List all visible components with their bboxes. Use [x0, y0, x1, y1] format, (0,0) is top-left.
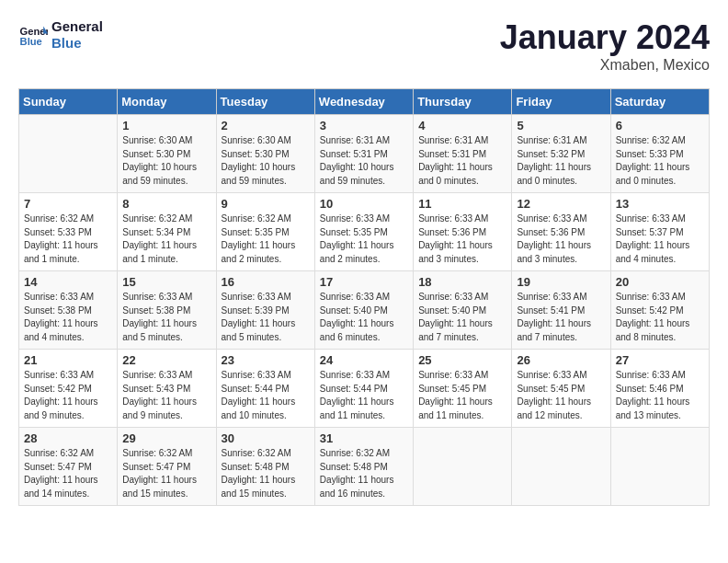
calendar-cell — [512, 428, 610, 506]
day-number: 30 — [222, 431, 310, 445]
day-number: 9 — [222, 197, 310, 211]
calendar-cell: 3Sunrise: 6:31 AM Sunset: 5:31 PM Daylig… — [314, 115, 413, 193]
cell-content: Sunrise: 6:31 AM Sunset: 5:31 PM Dayligh… — [320, 134, 408, 188]
cell-content: Sunrise: 6:33 AM Sunset: 5:36 PM Dayligh… — [418, 213, 506, 266]
day-number: 15 — [122, 275, 210, 289]
cell-content: Sunrise: 6:33 AM Sunset: 5:42 PM Dayligh… — [24, 369, 112, 422]
calendar-cell: 28Sunrise: 6:32 AM Sunset: 5:47 PM Dayli… — [19, 428, 118, 506]
calendar-cell: 6Sunrise: 6:32 AM Sunset: 5:33 PM Daylig… — [610, 115, 709, 193]
weekday-header: Tuesday — [216, 89, 314, 115]
day-number: 3 — [320, 119, 408, 132]
calendar-cell: 17Sunrise: 6:33 AM Sunset: 5:40 PM Dayli… — [314, 271, 413, 350]
cell-content: Sunrise: 6:33 AM Sunset: 5:37 PM Dayligh… — [616, 213, 704, 266]
calendar-cell: 13Sunrise: 6:33 AM Sunset: 5:37 PM Dayli… — [610, 193, 709, 271]
cell-content: Sunrise: 6:33 AM Sunset: 5:44 PM Dayligh… — [320, 369, 408, 422]
day-number: 11 — [418, 197, 506, 211]
day-number: 12 — [517, 197, 605, 211]
day-number: 20 — [616, 275, 704, 289]
cell-content: Sunrise: 6:33 AM Sunset: 5:45 PM Dayligh… — [517, 369, 605, 422]
day-number: 16 — [222, 275, 310, 289]
calendar-week-row: 14Sunrise: 6:33 AM Sunset: 5:38 PM Dayli… — [19, 271, 710, 350]
day-number: 18 — [418, 275, 506, 289]
location: Xmaben, Mexico — [500, 57, 710, 74]
calendar-cell: 18Sunrise: 6:33 AM Sunset: 5:40 PM Dayli… — [414, 271, 512, 350]
weekday-header: Saturday — [610, 89, 709, 115]
cell-content: Sunrise: 6:33 AM Sunset: 5:43 PM Dayligh… — [122, 369, 210, 422]
calendar-cell: 5Sunrise: 6:31 AM Sunset: 5:32 PM Daylig… — [512, 115, 610, 193]
cell-content: Sunrise: 6:33 AM Sunset: 5:44 PM Dayligh… — [222, 369, 310, 422]
calendar-cell: 7Sunrise: 6:32 AM Sunset: 5:33 PM Daylig… — [19, 193, 118, 271]
cell-content: Sunrise: 6:33 AM Sunset: 5:42 PM Dayligh… — [616, 291, 704, 344]
day-number: 19 — [517, 275, 605, 289]
cell-content: Sunrise: 6:32 AM Sunset: 5:48 PM Dayligh… — [222, 447, 310, 500]
day-number: 1 — [122, 119, 210, 132]
logo-line1: General — [51, 18, 103, 35]
day-number: 25 — [418, 353, 506, 367]
calendar-cell: 31Sunrise: 6:32 AM Sunset: 5:48 PM Dayli… — [314, 428, 413, 506]
calendar-cell: 19Sunrise: 6:33 AM Sunset: 5:41 PM Dayli… — [512, 271, 610, 350]
day-number: 5 — [517, 119, 605, 132]
day-number: 22 — [122, 353, 210, 367]
cell-content: Sunrise: 6:31 AM Sunset: 5:31 PM Dayligh… — [418, 134, 506, 188]
cell-content: Sunrise: 6:33 AM Sunset: 5:35 PM Dayligh… — [320, 213, 408, 266]
day-number: 8 — [122, 197, 210, 211]
weekday-header: Friday — [512, 89, 610, 115]
cell-content: Sunrise: 6:33 AM Sunset: 5:41 PM Dayligh… — [517, 291, 605, 344]
cell-content: Sunrise: 6:33 AM Sunset: 5:45 PM Dayligh… — [418, 369, 506, 422]
cell-content: Sunrise: 6:33 AM Sunset: 5:40 PM Dayligh… — [418, 291, 506, 344]
calendar-cell: 15Sunrise: 6:33 AM Sunset: 5:38 PM Dayli… — [118, 271, 216, 350]
calendar-week-row: 28Sunrise: 6:32 AM Sunset: 5:47 PM Dayli… — [19, 428, 710, 506]
day-number: 24 — [320, 353, 408, 367]
calendar-cell: 22Sunrise: 6:33 AM Sunset: 5:43 PM Dayli… — [118, 350, 216, 428]
cell-content: Sunrise: 6:32 AM Sunset: 5:47 PM Dayligh… — [122, 447, 210, 500]
day-number: 13 — [616, 197, 704, 211]
svg-text:Blue: Blue — [20, 36, 42, 47]
day-number: 2 — [222, 119, 310, 132]
calendar-cell: 11Sunrise: 6:33 AM Sunset: 5:36 PM Dayli… — [414, 193, 512, 271]
weekday-header: Sunday — [19, 89, 118, 115]
calendar-week-row: 7Sunrise: 6:32 AM Sunset: 5:33 PM Daylig… — [19, 193, 710, 271]
day-number: 4 — [418, 119, 506, 132]
day-number: 23 — [222, 353, 310, 367]
calendar-cell — [610, 428, 709, 506]
day-number: 26 — [517, 353, 605, 367]
cell-content: Sunrise: 6:33 AM Sunset: 5:38 PM Dayligh… — [24, 291, 112, 344]
page-header: General Blue General Blue January 2024 X… — [18, 18, 710, 74]
day-number: 31 — [320, 431, 408, 445]
calendar-cell: 2Sunrise: 6:30 AM Sunset: 5:30 PM Daylig… — [216, 115, 314, 193]
day-number: 17 — [320, 275, 408, 289]
weekday-header: Thursday — [414, 89, 512, 115]
calendar-cell: 4Sunrise: 6:31 AM Sunset: 5:31 PM Daylig… — [414, 115, 512, 193]
cell-content: Sunrise: 6:32 AM Sunset: 5:33 PM Dayligh… — [616, 134, 704, 188]
title-block: January 2024 Xmaben, Mexico — [500, 18, 710, 74]
cell-content: Sunrise: 6:31 AM Sunset: 5:32 PM Dayligh… — [517, 134, 605, 188]
calendar-week-row: 21Sunrise: 6:33 AM Sunset: 5:42 PM Dayli… — [19, 350, 710, 428]
day-number: 28 — [24, 431, 112, 445]
weekday-header: Wednesday — [314, 89, 413, 115]
logo-icon: General Blue — [18, 20, 48, 50]
calendar-cell: 16Sunrise: 6:33 AM Sunset: 5:39 PM Dayli… — [216, 271, 314, 350]
day-number: 29 — [122, 431, 210, 445]
day-number: 27 — [616, 353, 704, 367]
cell-content: Sunrise: 6:33 AM Sunset: 5:38 PM Dayligh… — [122, 291, 210, 344]
cell-content: Sunrise: 6:30 AM Sunset: 5:30 PM Dayligh… — [122, 134, 210, 188]
cell-content: Sunrise: 6:32 AM Sunset: 5:35 PM Dayligh… — [222, 213, 310, 266]
calendar-cell — [19, 115, 118, 193]
calendar-cell: 30Sunrise: 6:32 AM Sunset: 5:48 PM Dayli… — [216, 428, 314, 506]
cell-content: Sunrise: 6:33 AM Sunset: 5:36 PM Dayligh… — [517, 213, 605, 266]
calendar-cell: 20Sunrise: 6:33 AM Sunset: 5:42 PM Dayli… — [610, 271, 709, 350]
calendar-week-row: 1Sunrise: 6:30 AM Sunset: 5:30 PM Daylig… — [19, 115, 710, 193]
calendar-cell: 29Sunrise: 6:32 AM Sunset: 5:47 PM Dayli… — [118, 428, 216, 506]
calendar-cell: 12Sunrise: 6:33 AM Sunset: 5:36 PM Dayli… — [512, 193, 610, 271]
weekday-header: Monday — [118, 89, 216, 115]
calendar-cell: 23Sunrise: 6:33 AM Sunset: 5:44 PM Dayli… — [216, 350, 314, 428]
cell-content: Sunrise: 6:32 AM Sunset: 5:47 PM Dayligh… — [24, 447, 112, 500]
calendar-cell: 24Sunrise: 6:33 AM Sunset: 5:44 PM Dayli… — [314, 350, 413, 428]
calendar-cell: 10Sunrise: 6:33 AM Sunset: 5:35 PM Dayli… — [314, 193, 413, 271]
calendar-cell: 25Sunrise: 6:33 AM Sunset: 5:45 PM Dayli… — [414, 350, 512, 428]
calendar-cell: 26Sunrise: 6:33 AM Sunset: 5:45 PM Dayli… — [512, 350, 610, 428]
cell-content: Sunrise: 6:32 AM Sunset: 5:33 PM Dayligh… — [24, 213, 112, 266]
cell-content: Sunrise: 6:33 AM Sunset: 5:39 PM Dayligh… — [222, 291, 310, 344]
logo-line2: Blue — [51, 35, 103, 52]
calendar-cell: 8Sunrise: 6:32 AM Sunset: 5:34 PM Daylig… — [118, 193, 216, 271]
